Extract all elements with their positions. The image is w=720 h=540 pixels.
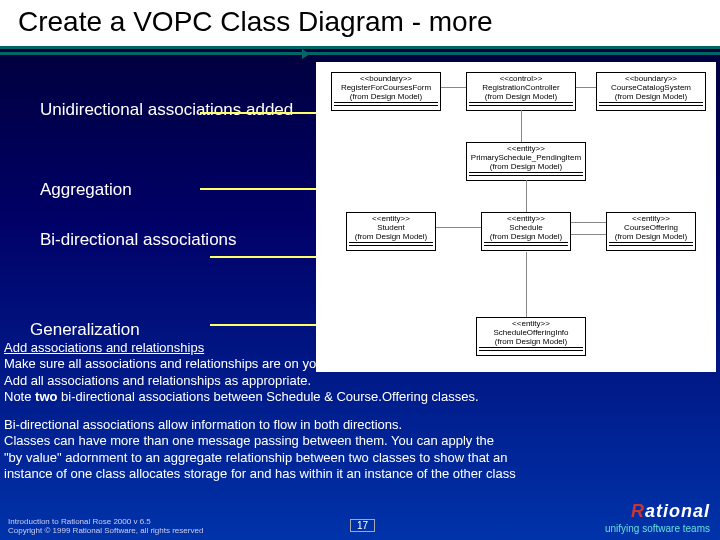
class-from: (from Design Model) xyxy=(469,163,583,172)
class-from: (from Design Model) xyxy=(334,93,438,102)
body-line: "by value" adornment to an aggregate rel… xyxy=(4,450,508,465)
class-registration-controller: <<control>> RegistrationController (from… xyxy=(466,72,576,111)
logo-tagline: unifying software teams xyxy=(605,523,710,534)
body-line: instance of one class allocates storage … xyxy=(4,466,516,481)
body-line: Make sure all associations and relations… xyxy=(4,356,481,371)
class-pending-item: <<entity>> PrimarySchedule_PendingItem (… xyxy=(466,142,586,181)
slide-number: 17 xyxy=(350,519,375,532)
footer-line: Copyright © 1999 Rational Software, all … xyxy=(8,526,203,535)
class-from: (from Design Model) xyxy=(484,233,568,242)
assoc-line xyxy=(576,87,596,88)
assoc-line xyxy=(521,110,522,142)
class-from: (from Design Model) xyxy=(349,233,433,242)
assoc-line xyxy=(571,234,606,235)
title-underline xyxy=(0,52,720,55)
label-generalization: Generalization xyxy=(30,320,140,340)
label-bidirectional: Bi-directional associations xyxy=(40,230,237,250)
body-line: Add all associations and relationships a… xyxy=(4,373,311,388)
body-heading: Add associations and relationships xyxy=(4,340,204,355)
label-aggregation: Aggregation xyxy=(40,180,132,200)
class-from: (from Design Model) xyxy=(609,233,693,242)
body-text: Add associations and relationships Make … xyxy=(4,340,716,482)
class-course-offering: <<entity>> CourseOffering (from Design M… xyxy=(606,212,696,251)
uml-diagram: <<boundary>> RegisterForCoursesForm (fro… xyxy=(316,62,716,372)
class-from: (from Design Model) xyxy=(469,93,573,102)
assoc-line xyxy=(526,180,527,212)
class-student: <<entity>> Student (from Design Model) xyxy=(346,212,436,251)
logo-rest: ational xyxy=(645,501,710,521)
footer-line: Introduction to Rational Rose 2000 v 6.5 xyxy=(8,517,151,526)
label-unidirectional: Unidirectional associations added xyxy=(40,100,293,120)
body-line: Classes can have more than one message p… xyxy=(4,433,494,448)
assoc-line xyxy=(436,227,481,228)
body-line: Note xyxy=(4,389,35,404)
body-bold: two xyxy=(35,389,57,404)
footer-copyright: Introduction to Rational Rose 2000 v 6.5… xyxy=(8,518,203,536)
body-line: Bi-directional associations allow inform… xyxy=(4,417,402,432)
assoc-line xyxy=(571,222,606,223)
class-schedule: <<entity>> Schedule (from Design Model) xyxy=(481,212,571,251)
class-course-catalog: <<boundary>> CourseCatalogSystem (from D… xyxy=(596,72,706,111)
class-from: (from Design Model) xyxy=(599,93,703,102)
logo-r: R xyxy=(631,501,645,521)
body-line: bi-directional associations between Sche… xyxy=(57,389,478,404)
class-register-form: <<boundary>> RegisterForCoursesForm (fro… xyxy=(331,72,441,111)
slide-title: Create a VOPC Class Diagram - more xyxy=(0,0,720,49)
rational-logo: Rational unifying software teams xyxy=(605,502,710,534)
assoc-line xyxy=(441,87,466,88)
assoc-line xyxy=(526,252,527,317)
